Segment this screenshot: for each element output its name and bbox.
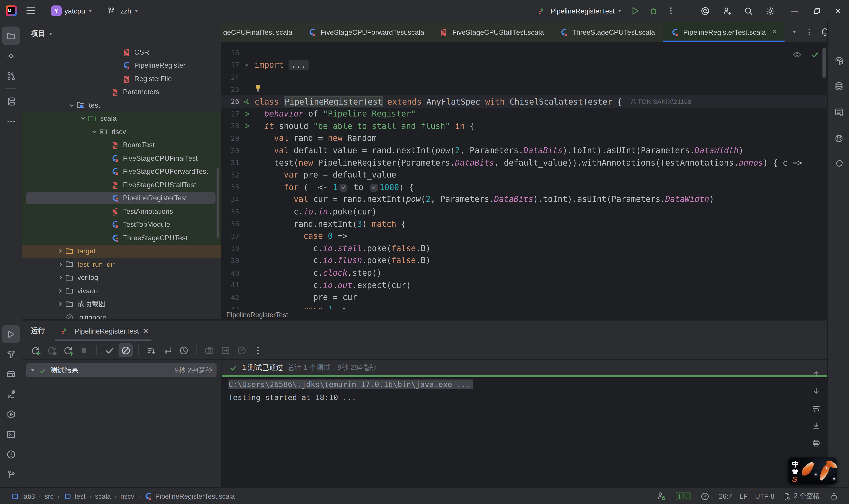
tree-item-verilog[interactable]: verilog — [22, 271, 221, 284]
tree-item-成功截图[interactable]: 成功截图 — [22, 298, 221, 311]
tool-stripe-terminal-icon[interactable] — [2, 425, 20, 443]
chevron-down-icon[interactable] — [78, 115, 87, 121]
gutter-check-icon[interactable] — [240, 97, 252, 106]
ime-widget[interactable]: 中 S — [788, 457, 837, 484]
intention-bulb-icon[interactable] — [254, 85, 261, 95]
test-results-row[interactable]: ▼ 测试结果 9秒 294毫秒 — [26, 363, 217, 377]
gutter-fold-icon[interactable]: > — [240, 61, 252, 69]
show-ignored-icon[interactable] — [119, 343, 133, 357]
editor-line-31[interactable]: 31test(new PipelineRegister(Parameters.D… — [221, 157, 827, 169]
breadcrumb-PipelineRegisterTest.scala[interactable]: PipelineRegisterTest.scala — [144, 492, 235, 501]
rerun-stale-icon[interactable] — [60, 343, 75, 357]
tree-item-ThreeStageCPUTest[interactable]: ThreeStageCPUTest — [22, 231, 221, 245]
chevron-right-icon[interactable] — [56, 274, 64, 281]
editor-line-27[interactable]: 27behavior of "Pipeline Register" — [221, 108, 827, 120]
tab-geCPUFinalTest.scala[interactable]: geCPUFinalTest.scala — [221, 22, 300, 42]
chevron-right-icon[interactable] — [56, 288, 64, 294]
gutter-play-icon[interactable] — [240, 110, 252, 118]
tree-item--gitignore[interactable]: .gitignore — [22, 311, 221, 320]
editor-line-32[interactable]: 32var pre = default_value — [221, 169, 827, 181]
profile-icon[interactable] — [234, 343, 249, 357]
no-problems-check-icon[interactable] — [808, 48, 821, 61]
editor-line-33[interactable]: 33for (_ <- 1≤ to ≤1000) { — [221, 181, 827, 193]
chevron-right-icon[interactable] — [56, 248, 64, 254]
tree-item-FiveStageCPUForwardTest[interactable]: FiveStageCPUForwardTest — [22, 165, 221, 178]
minimize-button[interactable]: — — [784, 0, 806, 22]
editor-line-39[interactable]: 39c.io.flush.poke(false.B) — [221, 254, 827, 267]
close-icon[interactable]: ✕ — [143, 327, 149, 335]
tool-stripe-sbt-icon[interactable] — [2, 365, 20, 383]
tool-stripe-pull-request-icon[interactable] — [2, 67, 20, 85]
editor-line-29[interactable]: 29val rand = new Random — [221, 132, 827, 144]
search-everywhere-icon[interactable] — [738, 0, 759, 22]
code-editor[interactable]: 1617>import ...242526class PipelineRegis… — [221, 42, 827, 309]
breadcrumb-test[interactable]: test — [63, 492, 86, 501]
breadcrumb-riscv[interactable]: riscv — [121, 492, 134, 500]
vcs-branch-widget[interactable]: zzh ▼ — [101, 3, 143, 19]
scroll-up-icon[interactable] — [809, 366, 823, 381]
editor-line-26[interactable]: 26class PipelineRegisterTest extends Any… — [221, 95, 827, 108]
tab-list-chevron-icon[interactable]: ▼ — [787, 22, 802, 41]
ai-assistant-titlebar-icon[interactable] — [694, 0, 716, 22]
editor-line-40[interactable]: 40c.clock.step() — [221, 267, 827, 279]
breadcrumb[interactable]: PipelineRegisterTest — [227, 311, 288, 319]
editor-line-28[interactable]: 28it should "be able to stall and flush"… — [221, 120, 827, 132]
caret-position[interactable]: 26:7 — [719, 492, 732, 500]
tree-item-scala[interactable]: scala — [22, 112, 221, 125]
indent-widget[interactable]: 2 个空格 — [782, 490, 819, 503]
tool-stripe-copilot-icon[interactable] — [830, 129, 848, 147]
project-panel-header[interactable]: 项目 ▼ — [22, 22, 221, 46]
tool-stripe-commit-icon[interactable] — [2, 47, 20, 65]
tree-item-CSR[interactable]: CSR — [22, 46, 221, 59]
tree-item-FiveStageCPUFinalTest[interactable]: FiveStageCPUFinalTest — [22, 152, 221, 165]
editor-line-37[interactable]: 37case 0 => — [221, 230, 827, 242]
ime-mode-label[interactable]: 中 — [792, 460, 799, 469]
tree-item-BoardTest[interactable]: BoardTest — [22, 138, 221, 152]
tree-item-test[interactable]: test — [22, 98, 221, 112]
vcs-update-check-icon[interactable] — [655, 490, 668, 503]
power-save-gauge-icon[interactable] — [698, 490, 711, 503]
editor-line-25[interactable]: 25 — [221, 83, 827, 95]
tool-stripe-tools-icon[interactable] — [2, 385, 20, 403]
chevron-down-icon[interactable] — [90, 129, 98, 134]
tool-stripe-database-icon[interactable] — [830, 77, 848, 95]
show-duration-icon[interactable] — [177, 343, 191, 357]
run-console[interactable]: 1 测试已通过 总计 1 个测试，9秒 294毫秒 C:\Users\26586… — [221, 359, 827, 488]
editor-line-34[interactable]: 34val cur = rand.nextInt(pow(2, Paramete… — [221, 194, 827, 205]
tool-stripe-structure-icon[interactable] — [2, 92, 20, 110]
rerun-icon[interactable] — [28, 343, 42, 357]
breadcrumb-scala[interactable]: scala — [95, 492, 111, 500]
tool-stripe-notebook-icon[interactable] — [830, 103, 848, 121]
tool-stripe-services-icon[interactable] — [2, 405, 20, 423]
run-tab[interactable]: PipelineRegisterTest ✕ — [55, 321, 152, 341]
screenshot-icon[interactable] — [202, 343, 216, 357]
project-widget[interactable]: Y yatcpu ▼ — [47, 3, 96, 19]
notifications-bell-icon[interactable] — [816, 22, 827, 41]
unlock-icon[interactable] — [827, 490, 841, 503]
tool-stripe-project-folder-icon[interactable] — [2, 26, 20, 45]
breadcrumb-src[interactable]: src — [45, 492, 54, 500]
chevron-down-icon[interactable]: ▼ — [30, 368, 35, 373]
tab-FiveStageCPUForwardTest.scala[interactable]: FiveStageCPUForwardTest.scala — [300, 22, 432, 42]
tool-stripe-more-icon[interactable] — [2, 112, 20, 130]
chevron-right-icon[interactable] — [56, 261, 64, 267]
editor-line-43[interactable]: 43case 1 => — [221, 304, 827, 309]
tree-item-test_run_dir[interactable]: test_run_dir — [22, 258, 221, 271]
tool-stripe-problems-icon[interactable] — [2, 445, 20, 463]
tree-item-FiveStageCPUStallTest[interactable]: FiveStageCPUStallTest — [22, 178, 221, 192]
editor-line-36[interactable]: 36rand.nextInt(3) match { — [221, 218, 827, 230]
console-line[interactable]: C:\Users\26586\.jdks\temurin-17.0.16\bin… — [229, 378, 827, 390]
tab-options-kebab-icon[interactable] — [802, 22, 816, 41]
type-aware-highlighting-badge[interactable]: [T] — [676, 492, 691, 500]
tool-stripe-build-icon[interactable] — [2, 345, 20, 363]
more-kebab-icon[interactable] — [251, 343, 265, 357]
reader-mode-eye-icon[interactable] — [790, 48, 803, 61]
tree-item-RegisterFile[interactable]: RegisterFile — [22, 72, 221, 85]
show-passed-icon[interactable] — [102, 343, 116, 357]
debug-button[interactable] — [644, 0, 663, 22]
tree-item-riscv[interactable]: riscv — [22, 125, 221, 138]
editor-line-16[interactable]: 16 — [221, 47, 827, 59]
scroll-to-end-icon[interactable] — [809, 418, 823, 433]
export-test-results-icon[interactable] — [218, 343, 232, 357]
project-scrollbar-thumb[interactable] — [217, 168, 219, 238]
